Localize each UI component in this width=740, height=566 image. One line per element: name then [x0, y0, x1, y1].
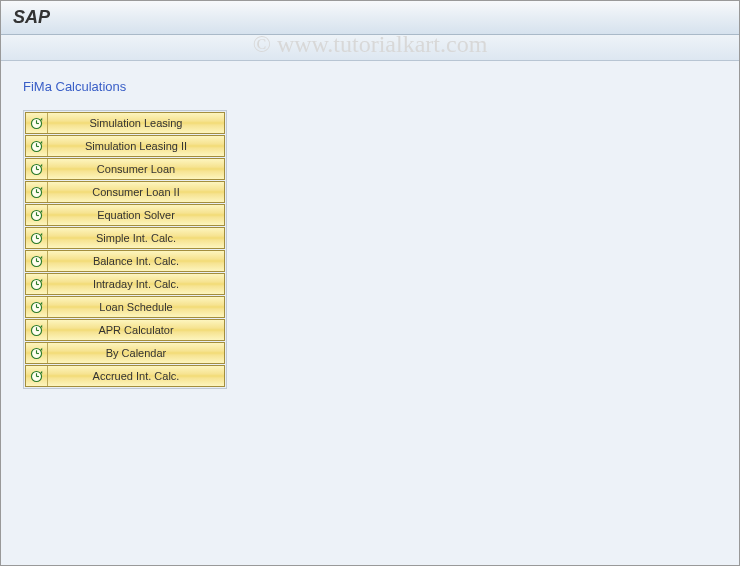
button-label: Intraday Int. Calc. — [48, 278, 224, 290]
execute-icon — [26, 113, 48, 133]
execute-icon — [26, 228, 48, 248]
button-label: APR Calculator — [48, 324, 224, 336]
execute-icon — [26, 182, 48, 202]
consumer-loan-ii-button[interactable]: Consumer Loan II — [25, 181, 225, 203]
button-label: Simulation Leasing — [48, 117, 224, 129]
execute-icon — [26, 159, 48, 179]
simulation-leasing-ii-button[interactable]: Simulation Leasing II — [25, 135, 225, 157]
button-label: By Calendar — [48, 347, 224, 359]
equation-solver-button[interactable]: Equation Solver — [25, 204, 225, 226]
execute-icon — [26, 297, 48, 317]
button-label: Loan Schedule — [48, 301, 224, 313]
app-title: SAP — [13, 7, 50, 27]
button-label: Equation Solver — [48, 209, 224, 221]
loan-schedule-button[interactable]: Loan Schedule — [25, 296, 225, 318]
button-label: Consumer Loan — [48, 163, 224, 175]
consumer-loan-button[interactable]: Consumer Loan — [25, 158, 225, 180]
simulation-leasing-button[interactable]: Simulation Leasing — [25, 112, 225, 134]
apr-calculator-button[interactable]: APR Calculator — [25, 319, 225, 341]
section-title: FiMa Calculations — [23, 79, 126, 94]
execute-icon — [26, 366, 48, 386]
button-label: Balance Int. Calc. — [48, 255, 224, 267]
button-label: Simulation Leasing II — [48, 140, 224, 152]
execute-icon — [26, 251, 48, 271]
button-label: Accrued Int. Calc. — [48, 370, 224, 382]
execute-icon — [26, 274, 48, 294]
button-label: Consumer Loan II — [48, 186, 224, 198]
toolbar — [1, 35, 739, 61]
balance-int-calc-button[interactable]: Balance Int. Calc. — [25, 250, 225, 272]
simple-int-calc-button[interactable]: Simple Int. Calc. — [25, 227, 225, 249]
intraday-int-calc-button[interactable]: Intraday Int. Calc. — [25, 273, 225, 295]
button-panel: Simulation Leasing Simulation Leasing II — [23, 110, 227, 389]
titlebar: SAP — [1, 1, 739, 35]
content-area: FiMa Calculations Simulation Leasing — [1, 61, 739, 565]
by-calendar-button[interactable]: By Calendar — [25, 342, 225, 364]
accrued-int-calc-button[interactable]: Accrued Int. Calc. — [25, 365, 225, 387]
execute-icon — [26, 320, 48, 340]
execute-icon — [26, 136, 48, 156]
button-label: Simple Int. Calc. — [48, 232, 224, 244]
execute-icon — [26, 205, 48, 225]
execute-icon — [26, 343, 48, 363]
